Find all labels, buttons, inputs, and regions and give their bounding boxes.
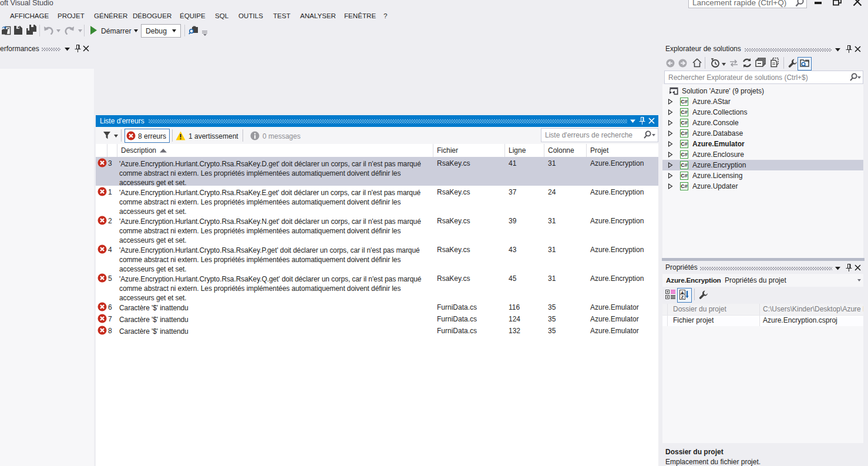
- svg-text:C#: C#: [681, 162, 688, 168]
- svg-text:C#: C#: [681, 99, 688, 105]
- svg-text:C#: C#: [681, 120, 688, 126]
- svg-text:C#: C#: [681, 173, 688, 179]
- svg-text:C#: C#: [681, 130, 688, 136]
- svg-text:C#: C#: [681, 141, 688, 147]
- svg-text:C#: C#: [681, 109, 688, 115]
- svg-text:Z: Z: [681, 294, 684, 300]
- svg-text:C#: C#: [681, 183, 688, 189]
- svg-text:C#: C#: [681, 152, 688, 157]
